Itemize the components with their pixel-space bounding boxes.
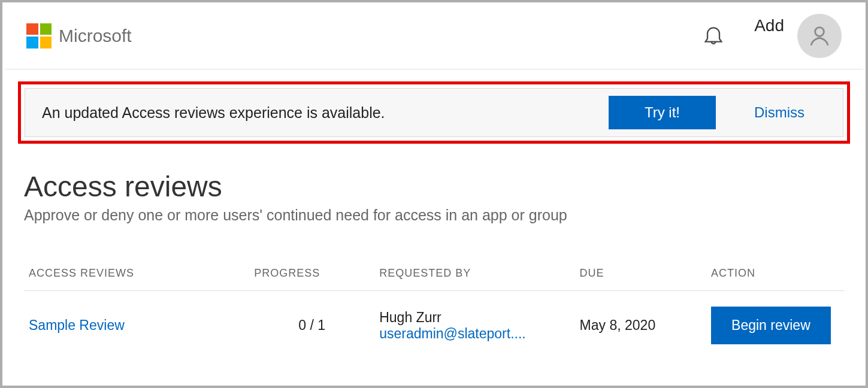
svg-point-0: [815, 27, 824, 36]
col-due: DUE: [575, 260, 706, 291]
banner-message: An updated Access reviews experience is …: [42, 104, 592, 122]
requested-by-email[interactable]: useradmin@slateport....: [379, 326, 570, 342]
app-frame: Microsoft Add An updated Access reviews …: [2, 2, 866, 386]
user-avatar[interactable]: [797, 14, 842, 58]
header: Microsoft Add: [5, 2, 863, 69]
review-progress: 0 / 1: [298, 317, 325, 333]
add-label[interactable]: Add: [754, 16, 784, 35]
table-row: Sample Review 0 / 1 Hugh Zurr useradmin@…: [24, 291, 844, 360]
table-header-row: ACCESS REVIEWS PROGRESS REQUESTED BY DUE…: [24, 260, 844, 291]
bell-icon: [701, 22, 725, 48]
try-it-button[interactable]: Try it!: [609, 96, 716, 129]
review-due: May 8, 2020: [580, 317, 656, 333]
banner-highlight: An updated Access reviews experience is …: [18, 81, 850, 144]
col-access-reviews: ACCESS REVIEWS: [24, 260, 249, 291]
col-requested-by: REQUESTED BY: [374, 260, 574, 291]
requested-by-name: Hugh Zurr: [379, 310, 570, 326]
brand: Microsoft: [26, 23, 132, 48]
col-action: ACTION: [706, 260, 844, 291]
access-reviews-table: ACCESS REVIEWS PROGRESS REQUESTED BY DUE…: [24, 260, 844, 360]
begin-review-button[interactable]: Begin review: [711, 307, 831, 344]
update-banner: An updated Access reviews experience is …: [25, 88, 843, 137]
dismiss-button[interactable]: Dismiss: [733, 98, 826, 127]
person-icon: [807, 23, 832, 48]
col-progress: PROGRESS: [249, 260, 374, 291]
page-title: Access reviews: [24, 170, 844, 203]
review-name-link[interactable]: Sample Review: [29, 317, 125, 333]
page-subtitle: Approve or deny one or more users' conti…: [24, 207, 844, 224]
main-content: Access reviews Approve or deny one or mo…: [2, 144, 866, 360]
microsoft-logo-icon: [26, 23, 52, 48]
header-right: Add: [701, 14, 842, 58]
brand-name: Microsoft: [59, 26, 132, 46]
notifications-button[interactable]: [701, 22, 725, 50]
